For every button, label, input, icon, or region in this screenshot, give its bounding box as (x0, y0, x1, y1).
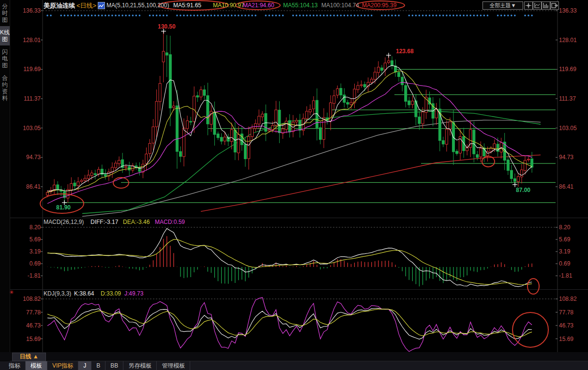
crosshair-icon[interactable] (524, 1, 533, 10)
pane-export-icon[interactable] (550, 1, 559, 10)
main-axis-label: 103.05 (11, 125, 41, 132)
main-axis-label: 119.69 (11, 66, 41, 73)
bottom-toolbar: 指标模板VIP指标JBBB另存模板管理模板 (0, 361, 588, 370)
toolbar-button-另存模板[interactable]: 另存模板 (123, 361, 157, 370)
indicator-sun-icon[interactable]: ✳ (9, 289, 14, 296)
toolbar-button-VIP指标[interactable]: VIP指标 (47, 361, 78, 370)
ma-group-label: MA(5,10,21,55,100,200) (106, 2, 169, 9)
price-annotation-81.90: 81.90 (56, 204, 71, 211)
chart-canvas[interactable] (0, 0, 588, 370)
j-value: J:49.73 (124, 290, 143, 297)
period-selector[interactable]: 日线 ▲ (12, 353, 46, 361)
sidebar-item-分时图[interactable]: 分时图 (0, 0, 10, 26)
macd-axis-label: 0.69 (11, 260, 41, 267)
toolbar-button-模板[interactable]: 模板 (26, 361, 47, 370)
pane-layout-icon[interactable] (533, 1, 542, 10)
pane-chart-icon[interactable] (542, 1, 550, 10)
main-axis-label-right: 128.01 (559, 37, 577, 44)
kdj-axis-label-right: 46.73 (559, 322, 573, 329)
main-axis-label-right: 119.69 (559, 66, 576, 73)
kdj-axis-label-right: 77.78 (559, 309, 573, 316)
sidebar-item-闪电图[interactable]: 闪电图 (0, 45, 10, 72)
macd-axis-label-right: 0.69 (559, 260, 570, 267)
price-annotation-123.68: 123.68 (396, 48, 414, 55)
sidebar-item-K线图[interactable]: K线图 (0, 26, 10, 45)
macd-axis-label-right: 5.69 (559, 236, 570, 243)
kdj-axis-label: 108.82 (11, 296, 41, 302)
main-axis-label-right: 111.37 (559, 95, 576, 102)
symbol-title: 美原油连续 (44, 1, 75, 10)
ma100-value: MA100:104.74 (321, 2, 359, 9)
app: 分时图K线图闪电图合约资料 美原油连续 <日线> MA(5,10,21,55,1… (0, 0, 588, 370)
macd-axis-label-right: 8.20 (559, 224, 570, 231)
macd-axis-label: 8.20 (11, 224, 41, 231)
macd-axis-label-right: 3.19 (559, 248, 570, 255)
d-value: D:33.09 (101, 290, 121, 297)
dea-value: DEA:-3.46 (123, 219, 150, 225)
main-axis-label-right: 136.33 (559, 7, 577, 14)
toolbar-button-BB[interactable]: BB (106, 361, 123, 370)
theme-select-button[interactable]: 全部主题▼ (482, 1, 523, 10)
macd-axis-label: 3.19 (11, 248, 41, 255)
macd-label: MACD(26,12,9) (44, 219, 84, 225)
main-axis-label: 111.37 (11, 95, 41, 102)
main-axis-label: 136.33 (11, 7, 41, 14)
main-axis-label-right: 103.05 (559, 125, 577, 132)
xaxis-row: 日线 ▲ (0, 352, 588, 361)
kdj-axis-label-right: 108.82 (559, 296, 577, 302)
toolbar-button-B[interactable]: B (91, 361, 106, 370)
kdj-axis-label-right: 15.69 (559, 336, 573, 342)
ma5-value: MA5:91.65 (173, 2, 201, 9)
macd-axis-label: -1.81 (11, 272, 41, 279)
ma21-value: MA21:94.60 (243, 2, 274, 9)
price-annotation-130.50: 130.50 (158, 23, 176, 30)
main-axis-label: 128.01 (11, 37, 41, 44)
ma55-value: MA55:104.13 (283, 2, 317, 9)
toolbar-button-J[interactable]: J (78, 361, 91, 370)
ma200-value: MA200:95.39 (362, 2, 396, 9)
diff-value: DIFF:-3.17 (90, 219, 118, 225)
main-axis-label-right: 86.41 (559, 183, 573, 190)
macd-axis-label-right: -1.81 (559, 272, 572, 279)
k-value: K:38.64 (74, 290, 94, 297)
kdj-axis-label: 15.69 (11, 336, 41, 342)
ma10-value: MA10:90.97 (213, 2, 244, 9)
toolbar-button-指标[interactable]: 指标 (4, 361, 26, 370)
price-annotation-87.00: 87.00 (516, 187, 530, 193)
sidebar-item-合约资料[interactable]: 合约资料 (0, 72, 10, 104)
kdj-axis-label: 77.78 (11, 309, 41, 316)
kdj-axis-label: 46.73 (11, 322, 41, 329)
macd-axis-label: 5.69 (11, 236, 41, 243)
chart-icon (98, 2, 105, 9)
kdj-label: KDJ(9,3,3) (44, 290, 71, 297)
macd-value: MACD:0.59 (155, 219, 185, 225)
period-tag[interactable]: <日线> (76, 1, 96, 10)
main-axis-label-right: 94.73 (559, 154, 573, 161)
toolbar-button-管理模板[interactable]: 管理模板 (157, 361, 190, 370)
sidebar: 分时图K线图闪电图合约资料 (0, 0, 10, 370)
main-axis-label: 86.41 (11, 183, 41, 190)
main-axis-label: 94.73 (11, 154, 41, 161)
